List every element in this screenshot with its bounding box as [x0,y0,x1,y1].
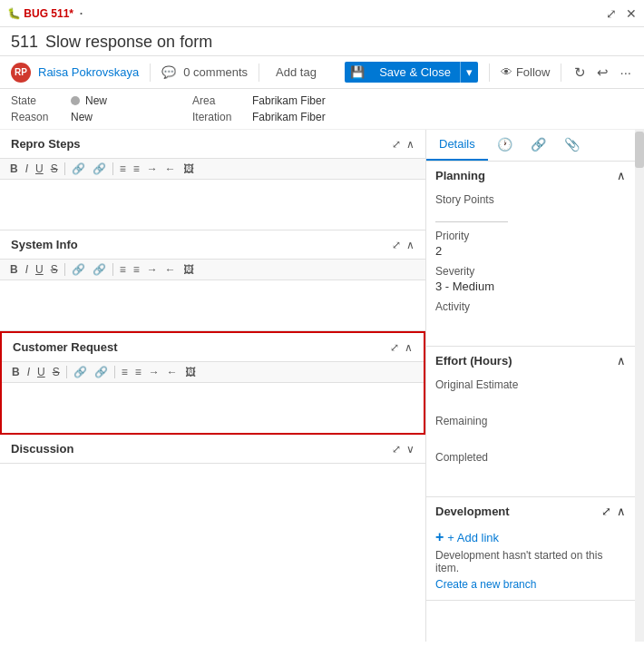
priority-value[interactable]: 2 [435,244,626,258]
save-close-button[interactable]: 💾 Save & Close ▾ [345,62,478,83]
outer-scrollbar[interactable] [635,130,644,642]
development-header-controls: ⤢ ∧ [601,505,626,518]
area-value[interactable]: Fabrikam Fiber [252,94,326,107]
severity-value[interactable]: 3 - Medium [435,279,626,293]
si-link2-btn[interactable]: 🔗 [90,261,109,278]
outdent-btn[interactable]: ← [162,161,179,177]
cr-list-btn[interactable]: ≡ [119,364,131,380]
link2-btn[interactable]: 🔗 [90,161,109,177]
bold-btn[interactable]: B [7,161,21,177]
state-value[interactable]: New [85,94,107,107]
si-list-btn[interactable]: ≡ [117,261,129,278]
user-name[interactable]: Raisa Pokrovskaya [38,65,139,79]
effort-header[interactable]: Effort (Hours) ∧ [426,347,635,375]
si-italic-btn[interactable]: I [23,261,31,278]
si-image-btn[interactable]: 🖼 [181,261,197,278]
close-icon[interactable]: ✕ [626,6,637,21]
planning-header[interactable]: Planning ∧ [426,162,635,190]
cr-outdent-btn[interactable]: ← [164,364,181,380]
area-label: Area [192,94,247,107]
meta-left-group: State New Reason New [11,94,192,123]
toolbar-divider-2 [259,64,259,82]
si-indent-btn[interactable]: → [144,261,161,278]
cr-indent-btn[interactable]: → [146,364,162,380]
collapse-customer-request-icon[interactable]: ∧ [405,341,413,354]
repro-steps-editor[interactable] [0,180,425,230]
si-bold-btn[interactable]: B [7,261,21,278]
activity-value[interactable] [435,315,626,329]
state-dot [71,96,80,105]
development-header[interactable]: Development ⤢ ∧ [426,497,635,525]
list2-btn[interactable]: ≡ [131,161,142,177]
iteration-value[interactable]: Fabrikam Fiber [252,111,326,123]
collapse-section-icon[interactable]: ∧ [406,138,415,151]
undo-button[interactable]: ↩ [595,63,610,83]
plus-icon: + [435,529,444,545]
cr-bold-btn[interactable]: B [9,364,23,380]
story-points-value[interactable] [435,208,508,222]
collapse-discussion-icon[interactable]: ∨ [406,443,415,456]
comments-button[interactable]: 0 comments [183,65,248,79]
work-item-title-bar: 511 Slow response on form [0,27,644,56]
expand-system-info-icon[interactable]: ⤢ [392,239,401,251]
repro-steps-section: Repro Steps ⤢ ∧ B I U S 🔗 🔗 ≡ ≡ → ← 🖼 [0,130,425,230]
create-branch-link[interactable]: Create a new branch [435,578,626,591]
si-list2-btn[interactable]: ≡ [131,261,142,278]
customer-request-editor[interactable] [2,383,424,433]
si-strikethrough-btn[interactable]: S [48,261,61,278]
cr-link2-btn[interactable]: 🔗 [92,364,111,380]
si-underline-btn[interactable]: U [33,261,46,278]
expand-section-icon[interactable]: ⤢ [392,138,401,151]
image-btn[interactable]: 🖼 [181,161,197,177]
cr-list2-btn[interactable]: ≡ [132,364,144,380]
expand-icon[interactable]: ⤢ [606,6,617,21]
save-icon: 💾 [345,62,370,83]
effort-collapse-icon[interactable]: ∧ [617,354,626,368]
original-estimate-value[interactable] [435,393,626,407]
cr-strikethrough-btn[interactable]: S [50,364,63,380]
refresh-button[interactable]: ↻ [572,63,588,83]
cr-link-btn[interactable]: 🔗 [71,364,90,380]
planning-collapse-icon[interactable]: ∧ [617,169,626,182]
add-link-label[interactable]: + Add link [447,531,499,544]
effort-section: Effort (Hours) ∧ Original Estimate Remai… [426,347,635,497]
system-info-title: System Info [11,238,78,251]
si-outdent-btn[interactable]: ← [162,261,179,278]
follow-button[interactable]: 👁 Follow [501,65,551,79]
completed-value[interactable] [435,466,626,480]
indent-btn[interactable]: → [144,161,161,177]
si-link-btn[interactable]: 🔗 [69,261,88,278]
state-label: State [11,94,65,107]
toolbar-divider [150,64,151,82]
remaining-value[interactable] [435,429,626,444]
content-area: Repro Steps ⤢ ∧ B I U S 🔗 🔗 ≡ ≡ → ← 🖼 [0,130,644,642]
collapse-dev-icon[interactable]: ∧ [617,505,626,518]
customer-request-controls: ⤢ ∧ [390,341,413,354]
expand-dev-icon[interactable]: ⤢ [601,505,611,518]
italic-btn[interactable]: I [23,161,31,177]
collapse-system-info-icon[interactable]: ∧ [406,239,415,251]
more-button[interactable]: ··· [618,63,633,82]
cr-sep-2 [114,366,115,378]
editor-sep-1 [64,162,65,175]
expand-customer-request-icon[interactable]: ⤢ [390,341,399,354]
save-close-label[interactable]: Save & Close [370,62,460,83]
save-close-dropdown-arrow[interactable]: ▾ [460,62,478,83]
tab-details[interactable]: Details [426,130,488,161]
expand-discussion-icon[interactable]: ⤢ [392,443,401,456]
tab-links[interactable]: 🔗 [522,130,555,161]
reason-value[interactable]: New [71,111,93,123]
add-link-button[interactable]: + + Add link [435,529,626,545]
link-btn[interactable]: 🔗 [69,161,88,177]
tab-attachments[interactable]: 📎 [555,130,589,161]
add-tag-button[interactable]: Add tag [270,64,322,81]
cr-underline-btn[interactable]: U [34,364,48,380]
strikethrough-btn[interactable]: S [48,161,61,177]
cr-italic-btn[interactable]: I [24,364,33,380]
system-info-editor[interactable] [0,280,425,330]
tab-history[interactable]: 🕐 [488,130,522,161]
underline-btn[interactable]: U [33,161,46,177]
cr-image-btn[interactable]: 🖼 [182,364,199,380]
list-btn[interactable]: ≡ [117,161,129,177]
work-item-name: Slow response on form [45,33,212,52]
